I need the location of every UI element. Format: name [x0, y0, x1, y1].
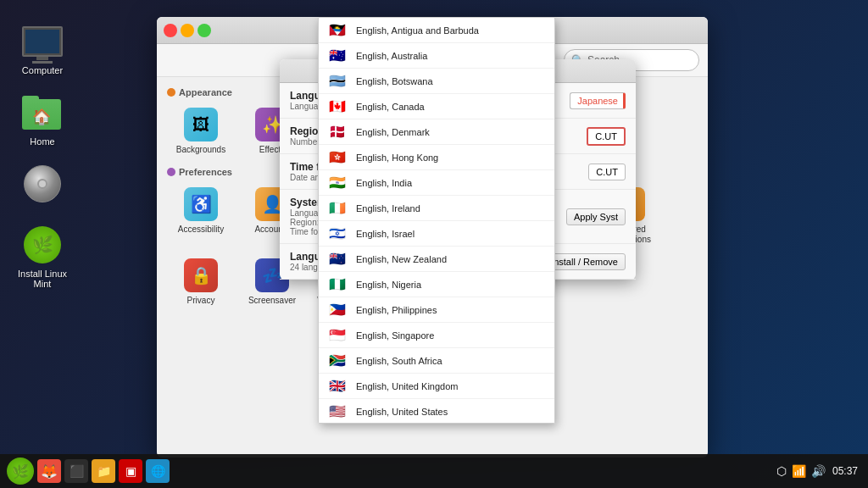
desktop: Computer 🏠 Home 🌿 Install L: [0, 0, 868, 488]
flag-india: 🇮🇳: [327, 175, 348, 191]
settings-item-accessibility[interactable]: ♿ Accessibility: [167, 182, 235, 250]
privacy-icon: 🔒: [184, 258, 218, 292]
taskbar-files-btn[interactable]: 🦊: [37, 459, 61, 483]
flag-nigeria: 🇳🇬: [327, 276, 348, 292]
start-menu-btn[interactable]: 🌿: [7, 458, 34, 485]
home-label: Home: [30, 136, 54, 147]
dp-item-israel[interactable]: 🇮🇱 English, Israel: [319, 221, 554, 247]
start-icon: 🌿: [12, 463, 29, 480]
dp-item-hk[interactable]: 🇭🇰 English, Hong Kong: [319, 145, 554, 170]
flag-ireland: 🇮🇪: [327, 200, 348, 216]
flag-southafrica: 🇿🇦: [327, 352, 348, 369]
dp-label-ireland: English, Ireland: [356, 203, 420, 214]
install-remove-btn[interactable]: Install / Remove: [543, 253, 626, 270]
taskbar-app1-btn[interactable]: ▣: [119, 459, 142, 483]
settings-item-privacy[interactable]: 🔒 Privacy: [167, 253, 235, 311]
dp-item-botswana[interactable]: 🇧🇼 English, Botswana: [319, 69, 554, 94]
region-value-btn[interactable]: C.UT: [587, 127, 626, 146]
window-max-btn[interactable]: [198, 24, 211, 37]
dp-item-uk[interactable]: 🇬🇧 English, United Kingdom: [319, 374, 554, 399]
flag-philippines: 🇵🇭: [327, 302, 348, 318]
flag-us: 🇺🇸: [327, 403, 348, 419]
dp-label-botswana: English, Botswana: [356, 76, 433, 86]
accessibility-icon: ♿: [184, 187, 218, 221]
disc-icon[interactable]: [8, 159, 76, 212]
dp-label-india: English, India: [356, 178, 412, 188]
computer-label: Computer: [22, 65, 63, 75]
flag-uk: 🇬🇧: [327, 378, 348, 394]
backgrounds-icon: 🖼: [184, 108, 218, 141]
taskbar-app2-btn[interactable]: 🌐: [146, 459, 170, 483]
settings-item-backgrounds[interactable]: 🖼 Backgrounds: [167, 103, 235, 160]
taskbar-systray: ⬡ 📶 🔊: [776, 464, 826, 478]
screensaver-label: Screensaver: [248, 296, 296, 306]
preferences-label: Preferences: [179, 167, 232, 177]
app2-icon: 🌐: [151, 464, 165, 478]
time-format-value-btn[interactable]: C.UT: [588, 164, 626, 180]
preferences-dot: [167, 168, 175, 176]
dp-item-ireland[interactable]: 🇮🇪 English, Ireland: [319, 196, 554, 221]
dp-item-us[interactable]: 🇺🇸 English, United States: [319, 399, 554, 424]
language-value-btn[interactable]: Japanese: [570, 92, 626, 109]
backgrounds-label: Backgrounds: [176, 145, 225, 155]
files-icon: 🦊: [41, 463, 58, 480]
dp-item-antigua[interactable]: 🇦🇬 English, Antigua and Barbuda: [319, 18, 554, 43]
dp-item-newzealand[interactable]: 🇳🇿 English, New Zealand: [319, 247, 554, 272]
flag-botswana: 🇧🇼: [327, 73, 348, 89]
dp-label-antigua: English, Antigua and Barbuda: [356, 25, 479, 36]
home-folder-icon[interactable]: 🏠 Home: [8, 88, 76, 151]
flag-denmark: 🇩🇰: [327, 124, 348, 140]
flag-hk: 🇭🇰: [327, 149, 348, 165]
appearance-label: Appearance: [179, 87, 232, 97]
language-dropdown-panel[interactable]: 🇦🇬 English, Antigua and Barbuda 🇦🇺 Engli…: [318, 17, 555, 424]
dp-item-singapore[interactable]: 🇸🇬 English, Singapore: [319, 323, 554, 348]
dp-item-philippines[interactable]: 🇵🇭 English, Philippines: [319, 297, 554, 323]
dp-item-denmark[interactable]: 🇩🇰 English, Denmark: [319, 119, 554, 145]
window-controls: [164, 24, 211, 37]
taskbar-folder-btn[interactable]: 📁: [92, 459, 115, 483]
taskbar-terminal-btn[interactable]: ⬛: [64, 459, 88, 483]
flag-singapore: 🇸🇬: [327, 327, 348, 343]
dp-item-southafrica[interactable]: 🇿🇦 English, South Africa: [319, 348, 554, 374]
dp-label-philippines: English, Philippines: [356, 305, 437, 315]
dp-label-denmark: English, Denmark: [356, 127, 430, 137]
apply-system-locale-btn[interactable]: Apply Syst: [566, 208, 626, 225]
bluetooth-icon[interactable]: ⬡: [776, 464, 787, 478]
taskbar: 🌿 🦊 ⬛ 📁 ▣ 🌐 ⬡ 📶 🔊 05:37: [0, 454, 868, 488]
flag-newzealand: 🇳🇿: [327, 251, 348, 267]
flag-antigua: 🇦🇬: [327, 22, 348, 38]
dp-label-uk: English, United Kingdom: [356, 381, 458, 391]
wifi-icon[interactable]: 📶: [792, 464, 806, 478]
folder-icon: 📁: [97, 464, 111, 478]
install-linux-icon[interactable]: 🌿 Install Linux Mint: [8, 220, 76, 293]
computer-icon[interactable]: Computer: [8, 17, 76, 80]
dp-item-canada[interactable]: 🇨🇦 English, Canada: [319, 94, 554, 119]
appearance-dot: [167, 88, 175, 97]
dp-label-canada: English, Canada: [356, 102, 425, 112]
terminal-icon: ⬛: [70, 464, 84, 478]
flag-canada: 🇨🇦: [327, 98, 348, 114]
desktop-icons: Computer 🏠 Home 🌿 Install L: [8, 17, 76, 293]
dp-label-israel: English, Israel: [356, 229, 415, 239]
volume-icon[interactable]: 🔊: [811, 464, 826, 478]
dp-label-australia: English, Australia: [356, 51, 427, 61]
dp-label-southafrica: English, South Africa: [356, 356, 442, 366]
dp-label-nigeria: English, Nigeria: [356, 280, 421, 290]
window-close-btn[interactable]: [164, 24, 177, 37]
taskbar-clock: 05:37: [829, 465, 861, 477]
dp-label-singapore: English, Singapore: [356, 330, 434, 341]
dp-item-nigeria[interactable]: 🇳🇬 English, Nigeria: [319, 272, 554, 297]
dp-label-newzealand: English, New Zealand: [356, 254, 447, 264]
dp-item-india[interactable]: 🇮🇳 English, India: [319, 170, 554, 196]
dp-label-us: English, United States: [356, 407, 448, 417]
flag-australia: 🇦🇺: [327, 47, 348, 64]
app1-icon: ▣: [125, 464, 136, 478]
accessibility-label: Accessibility: [178, 225, 224, 235]
install-label: Install Linux Mint: [13, 269, 72, 289]
flag-israel: 🇮🇱: [327, 225, 348, 241]
window-min-btn[interactable]: [181, 24, 194, 37]
dp-label-hk: English, Hong Kong: [356, 152, 438, 163]
privacy-label: Privacy: [187, 296, 215, 306]
dp-item-australia[interactable]: 🇦🇺 English, Australia: [319, 43, 554, 69]
